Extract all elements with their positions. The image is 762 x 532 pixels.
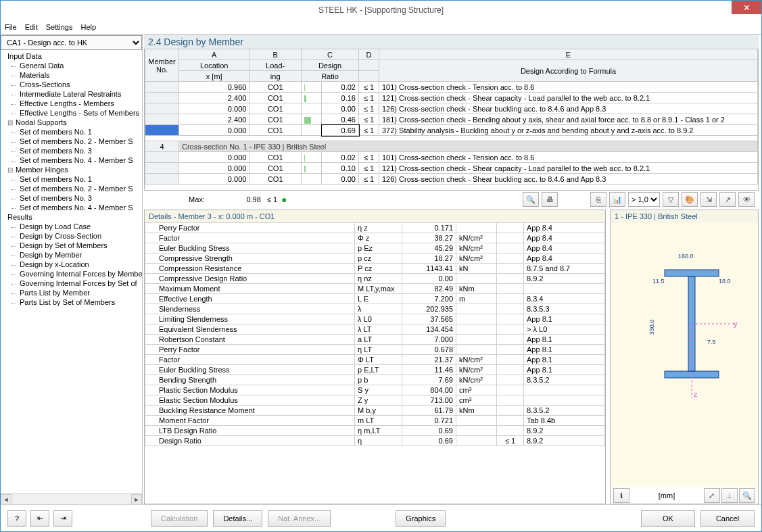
menu-edit[interactable]: Edit (25, 23, 38, 31)
cancel-button[interactable]: Cancel (700, 510, 755, 527)
ok-icon: ● (281, 194, 287, 205)
color-icon[interactable]: 🎨 (682, 192, 698, 207)
details-panel: Details - Member 3 - x: 0.000 m - CO1 Pe… (144, 210, 606, 504)
zoom-icon[interactable]: 🔍 (739, 488, 755, 503)
graphics-button[interactable]: Graphics (396, 510, 446, 527)
max-value (208, 195, 262, 204)
bottom-bar: ? ⇤ ⇥ Calculation Details... Nat. Annex.… (1, 504, 761, 531)
tree-item[interactable]: Design by Member (1, 250, 142, 260)
menu-help[interactable]: Help (80, 23, 96, 31)
nav-tree[interactable]: Input DataGeneral DataMaterialsCross-Sec… (1, 50, 142, 493)
eye-icon[interactable]: 👁 (738, 192, 755, 207)
details-table[interactable]: Perry Factorη z0.171App 8.4FactorΦ z38.2… (145, 222, 605, 504)
menubar: File Edit Settings Help (1, 20, 761, 34)
tree-item[interactable]: Set of members No. 2 - Member S (1, 137, 142, 146)
ok-button[interactable]: OK (641, 510, 695, 527)
tree-item[interactable]: Set of members No. 2 - Member S (1, 184, 142, 193)
info-icon[interactable]: ℹ (613, 488, 629, 503)
tree-item[interactable]: Nodal Supports (1, 118, 142, 127)
design-grid[interactable]: MemberNo. ABCDE LocationLoad-DesignDesig… (144, 49, 759, 191)
tree-item[interactable]: Design by Cross-Section (1, 231, 142, 241)
pick-icon[interactable]: ↗ (719, 192, 736, 207)
tree-item[interactable]: General Data (1, 61, 142, 70)
calculation-button[interactable]: Calculation (151, 510, 208, 527)
svg-rect-0 (665, 270, 719, 276)
tree-item[interactable]: Set of members No. 3 (1, 146, 142, 155)
tree-item[interactable]: Member Hinges (1, 165, 142, 174)
tree-item[interactable]: Set of members No. 1 (1, 174, 142, 184)
section-panel: 1 - IPE 330 | British Steel y (610, 210, 759, 504)
scale-combo[interactable]: > 1,0 (628, 192, 660, 207)
tree-item[interactable]: Effective Lengths - Sets of Members (1, 108, 142, 118)
tree-item[interactable]: Set of members No. 4 - Member S (1, 155, 142, 165)
svg-text:z: z (694, 390, 698, 398)
case-combo[interactable]: CA1 - Design acc. to HK (1, 35, 142, 50)
details-title: Details - Member 3 - x: 0.000 m - CO1 (145, 210, 605, 222)
tree-item[interactable]: Results (1, 212, 142, 222)
sidebar: CA1 - Design acc. to HK Input DataGenera… (1, 35, 143, 504)
axes-icon[interactable]: ⤢ (704, 488, 720, 503)
scroll-left-icon[interactable]: ◄ (1, 494, 11, 505)
prev-icon[interactable]: ⇤ (30, 510, 49, 527)
dims-icon[interactable]: ⟂ (721, 488, 738, 503)
menu-settings[interactable]: Settings (46, 23, 73, 31)
next-icon[interactable]: ⇥ (53, 510, 72, 527)
grid-toolbar: Max: ≤ 1 ● 🔍 🖶 ⎘ 📊 > 1,0 ▽ 🎨 ⇲ ↗ 👁 (144, 191, 759, 208)
svg-text:y: y (734, 320, 738, 328)
chart-icon[interactable]: 📊 (609, 192, 625, 207)
section-title: 2.4 Design by Member (144, 35, 759, 49)
tree-item[interactable]: Cross-Sections (1, 80, 142, 89)
menu-file[interactable]: File (5, 23, 17, 31)
tree-item[interactable]: Set of members No. 1 (1, 127, 142, 137)
tree-item[interactable]: Intermediate Lateral Restraints (1, 89, 142, 99)
help-icon[interactable]: ? (7, 510, 26, 527)
tree-item[interactable]: Governing Internal Forces by Membe (1, 269, 142, 279)
tree-item[interactable]: Input Data (1, 51, 142, 61)
scroll-right-icon[interactable]: ► (131, 494, 142, 505)
funnel-icon[interactable]: ▽ (663, 192, 679, 207)
unit-label: [mm] (659, 491, 675, 500)
window-title: STEEL HK - [Supporting Structure] (318, 5, 444, 15)
tree-item[interactable]: Design by Set of Members (1, 241, 142, 250)
export-icon[interactable]: ⇲ (700, 192, 717, 207)
section-canvas: y z 160.0 330.0 11.5 18.0 7.5 (611, 222, 758, 487)
tree-item[interactable]: Parts List by Set of Members (1, 297, 142, 307)
sidebar-hscroll[interactable]: ◄ ► (1, 493, 142, 504)
section-title: 1 - IPE 330 | British Steel (611, 210, 758, 222)
tree-item[interactable]: Set of members No. 4 - Member S (1, 203, 142, 212)
goto-icon[interactable]: ⎘ (590, 192, 606, 207)
max-label: Max: (189, 195, 205, 203)
tree-item[interactable]: Design by Load Case (1, 222, 142, 231)
close-button[interactable]: ✕ (732, 1, 761, 14)
tree-item[interactable]: Governing Internal Forces by Set of (1, 279, 142, 288)
tree-item[interactable]: Effective Lengths - Members (1, 99, 142, 108)
tree-item[interactable]: Parts List by Member (1, 288, 142, 297)
titlebar: STEEL HK - [Supporting Structure] ✕ (1, 1, 761, 20)
filter-icon[interactable]: 🔍 (523, 192, 539, 207)
tree-item[interactable]: Design by x-Location (1, 260, 142, 269)
nat-annex-button[interactable]: Nat. Annex... (268, 510, 331, 527)
print-icon[interactable]: 🖶 (542, 192, 558, 207)
details-button[interactable]: Details... (213, 510, 262, 527)
tree-item[interactable]: Set of members No. 3 (1, 193, 142, 203)
max-le: ≤ 1 (267, 195, 277, 203)
tree-item[interactable]: Materials (1, 70, 142, 80)
